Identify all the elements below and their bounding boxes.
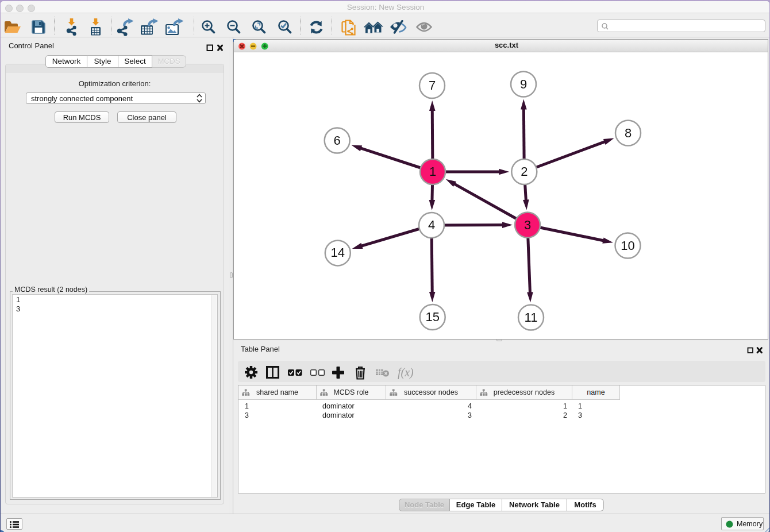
svg-text:f(x): f(x) bbox=[398, 366, 414, 379]
svg-text:6: 6 bbox=[334, 133, 341, 148]
svg-text:11: 11 bbox=[525, 310, 538, 325]
svg-text:2: 2 bbox=[521, 164, 528, 179]
svg-text:3: 3 bbox=[524, 218, 531, 232]
svg-text:9: 9 bbox=[520, 77, 527, 91]
svg-text:14: 14 bbox=[331, 245, 345, 260]
svg-text:10: 10 bbox=[621, 238, 634, 253]
svg-text:8: 8 bbox=[625, 126, 632, 140]
svg-text:7: 7 bbox=[429, 78, 436, 92]
svg-text:15: 15 bbox=[425, 310, 439, 324]
svg-text:1: 1 bbox=[429, 164, 436, 179]
svg-text:4: 4 bbox=[428, 218, 435, 232]
